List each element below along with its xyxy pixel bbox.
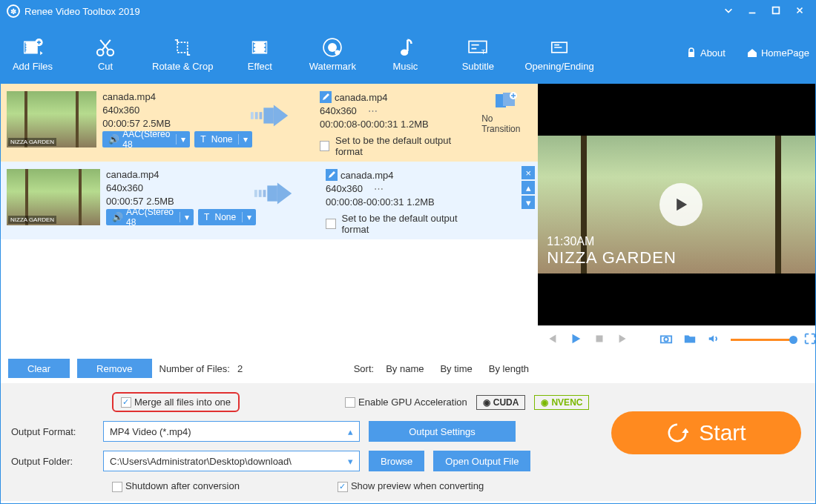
preview-checkbox[interactable] [338, 482, 348, 492]
effect-button[interactable]: Effect [234, 34, 286, 72]
text-overlay-selector[interactable]: T None▾ [198, 209, 256, 225]
volume-icon[interactable] [707, 332, 720, 348]
dest-info: 00:00:08-00:00:31 1.2MB [326, 196, 481, 208]
toolbar-label: Rotate & Crop [152, 61, 213, 72]
more-button[interactable]: ⋯ [374, 183, 384, 194]
transition-label: No Transition [481, 113, 532, 134]
default-format-checkbox[interactable] [320, 141, 329, 151]
snapshot-button[interactable] [659, 332, 673, 348]
toolbar-label: Watermark [309, 61, 356, 72]
folder-button[interactable] [683, 332, 697, 348]
dest-resolution: 640x360 [320, 105, 357, 116]
rotate-crop-icon [169, 34, 196, 61]
svg-rect-16 [255, 112, 258, 119]
toolbar-label: Add Files [13, 61, 53, 72]
shutdown-label: Shutdown after conversion [125, 480, 240, 491]
remove-row-button[interactable]: × [521, 166, 535, 179]
sort-by-time[interactable]: By time [435, 363, 476, 374]
merge-checkbox[interactable] [121, 397, 131, 408]
file-row[interactable]: NIZZA GARDEN canada.mp4 640x360 00:00:57… [1, 162, 538, 239]
subtitle-button[interactable]: T Subtitle [452, 34, 504, 72]
output-settings-button[interactable]: Output Settings [369, 421, 516, 442]
svg-point-4 [108, 49, 114, 56]
more-button[interactable]: ⋯ [368, 105, 378, 116]
rotate-crop-button[interactable]: Rotate & Crop [152, 34, 213, 72]
svg-rect-20 [254, 190, 257, 197]
audio-selector[interactable]: 🔊 AAC(Stereo 48▾ [106, 209, 194, 225]
text-overlay-selector[interactable]: T None▾ [194, 131, 252, 147]
dest-filename: canada.mp4 [335, 92, 388, 103]
scissors-icon [92, 34, 119, 61]
next-button[interactable] [616, 332, 630, 348]
about-link[interactable]: About [685, 47, 725, 59]
preview-caption: NIZZA GARDEN [547, 248, 677, 268]
homepage-link[interactable]: HomePage [746, 47, 809, 59]
play-button[interactable] [569, 332, 582, 348]
music-button[interactable]: Music [379, 34, 431, 72]
toolbar-label: Effect [248, 61, 272, 72]
output-folder-combo[interactable]: C:\Users\Administrator\Desktop\download\… [103, 451, 360, 471]
opening-ending-button[interactable]: Opening/Ending [524, 34, 593, 72]
svg-rect-17 [260, 112, 263, 119]
maximize-button[interactable] [766, 4, 786, 19]
start-button[interactable]: Start [611, 411, 801, 454]
default-format-checkbox[interactable] [326, 219, 336, 229]
svg-point-10 [401, 49, 408, 56]
file-count-label: Number of Files: [159, 363, 230, 374]
move-down-button[interactable]: ▾ [521, 196, 535, 209]
main-toolbar: Add Files Cut Rotate & Crop Effect Water… [1, 21, 815, 84]
watermark-icon [319, 34, 346, 61]
file-count: 2 [237, 363, 243, 374]
svg-rect-5 [177, 42, 188, 53]
svg-rect-24 [596, 335, 603, 342]
svg-point-9 [335, 50, 340, 55]
edit-icon[interactable] [320, 91, 332, 103]
about-label: About [700, 47, 725, 59]
output-folder-label: Output Folder: [11, 456, 94, 467]
remove-button[interactable]: Remove [77, 359, 151, 378]
dest-info: 00:00:08-00:00:31 1.2MB [320, 119, 470, 130]
watermark-button[interactable]: Watermark [306, 34, 358, 72]
minimize-button[interactable] [743, 4, 762, 19]
gpu-checkbox[interactable] [345, 397, 355, 408]
app-title: Renee Video Toolbox 2019 [24, 6, 140, 17]
volume-slider[interactable] [731, 339, 793, 341]
source-resolution: 640x360 [102, 105, 243, 116]
subtitle-icon: T [464, 34, 491, 61]
cut-button[interactable]: Cut [79, 34, 131, 72]
arrow-icon [249, 91, 314, 157]
clear-button[interactable]: Clear [8, 359, 70, 378]
source-resolution: 640x360 [106, 182, 247, 193]
prev-button[interactable] [545, 332, 559, 348]
music-icon [392, 34, 418, 61]
svg-rect-21 [259, 190, 262, 197]
cuda-badge: ◉ CUDA [476, 395, 526, 410]
move-up-button[interactable]: ▴ [521, 181, 535, 194]
homepage-label: HomePage [761, 47, 809, 59]
default-format-label: Set to be the default output format [335, 135, 470, 157]
svg-point-3 [97, 49, 104, 56]
close-button[interactable] [790, 4, 809, 19]
shutdown-checkbox[interactable] [112, 482, 122, 492]
svg-text:T: T [481, 47, 485, 55]
sort-by-name[interactable]: By name [381, 363, 428, 374]
source-info: 00:00:57 2.5MB [102, 118, 243, 129]
transition-icon[interactable] [494, 91, 519, 110]
list-action-bar: Clear Remove Number of Files: 2 Sort: By… [1, 354, 815, 383]
dropdown-icon[interactable] [719, 4, 738, 19]
play-overlay-button[interactable] [659, 183, 703, 226]
sort-by-length[interactable]: By length [484, 363, 533, 374]
arrow-icon [253, 169, 320, 235]
effect-icon [246, 34, 273, 61]
open-output-button[interactable]: Open Output File [433, 451, 530, 471]
browse-button[interactable]: Browse [369, 451, 424, 471]
edit-icon[interactable] [326, 169, 338, 181]
audio-selector[interactable]: 🔊 AAC(Stereo 48▾ [102, 131, 190, 147]
output-format-label: Output Format: [11, 426, 94, 437]
add-files-button[interactable]: Add Files [7, 34, 59, 72]
lock-icon [685, 47, 697, 59]
stop-button[interactable] [593, 332, 606, 348]
file-row[interactable]: NIZZA GARDEN canada.mp4 640x360 00:00:57… [1, 84, 538, 162]
fullscreen-button[interactable] [803, 332, 816, 348]
output-format-combo[interactable]: MP4 Video (*.mp4)▴ [103, 421, 360, 442]
